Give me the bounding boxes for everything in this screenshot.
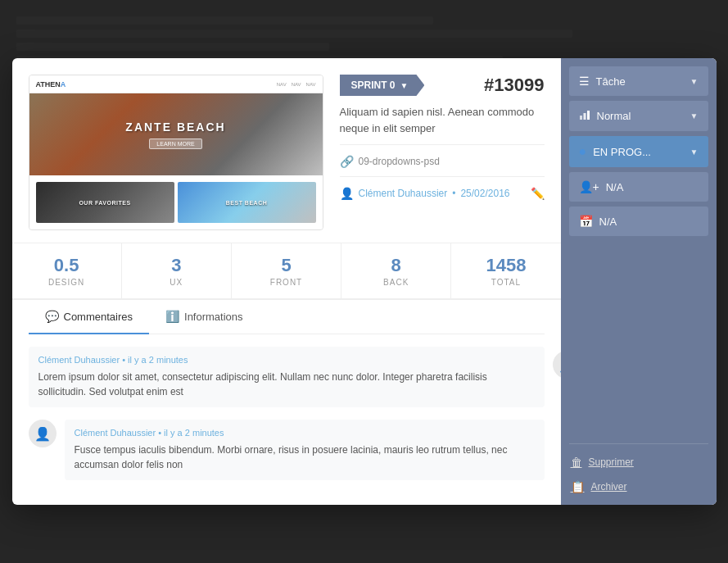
tabs-bar: 💬 Commentaires ℹ️ Informations	[29, 300, 545, 334]
tache-label: Tâche	[596, 75, 626, 88]
comment-1-meta: Clément Duhaussier • il y a 2 minutes	[38, 355, 535, 365]
attachment-icon: 🔗	[340, 155, 354, 168]
ticket-description: Aliquam id sapien nisl. Aenean commodo n…	[340, 104, 545, 136]
trash-icon: 🗑	[571, 456, 582, 469]
metric-back: 8 BACK	[341, 243, 451, 298]
status-chevron-icon: ▼	[690, 148, 699, 157]
sprint-header: SPRINT 0 ▼ #13099	[340, 75, 545, 96]
archive-label: Archiver	[591, 481, 627, 493]
status-label: EN PROG...	[593, 146, 651, 158]
metric-front-value: 5	[281, 255, 291, 276]
metric-ux-label: UX	[170, 278, 183, 287]
preview-thumbnails: OUR FAVORITES BEST BEACH	[29, 175, 323, 229]
file-info-row: 🔗 09-dropdowns-psd	[340, 144, 545, 168]
archive-button[interactable]: 📋 Archiver	[569, 477, 708, 497]
preview-thumb-2: BEST BEACH	[178, 182, 316, 223]
comments-section: Clément Duhaussier • il y a 2 minutes Lo…	[12, 334, 561, 505]
ticket-number: #13099	[484, 75, 544, 96]
sidebar-normal-button[interactable]: Normal ▼	[569, 101, 708, 131]
comment-2-avatar: 👤	[29, 420, 57, 447]
commentaires-icon: 💬	[45, 310, 59, 323]
svg-rect-0	[580, 116, 582, 120]
comment-item-2: 👤 Clément Duhaussier • il y a 2 minutes …	[29, 420, 545, 480]
user-name-date: Clément Duhaussier • 25/02/2016	[359, 188, 510, 199]
file-name: 09-dropdowns-psd	[359, 156, 440, 167]
comment-2-text: Fusce tempus iaculis bibendum. Morbi orn…	[75, 443, 535, 472]
preview-thumb-1: OUR FAVORITES	[36, 182, 174, 223]
date-label: N/A	[599, 216, 617, 228]
sidebar-assignee-button[interactable]: 👤+ N/A	[569, 172, 708, 202]
preview-topbar: ATHENA NAV NAV NAV	[29, 75, 323, 93]
sidebar-status-button[interactable]: ● EN PROG... ▼	[569, 136, 708, 167]
metric-total-label: TOTAL	[491, 278, 521, 287]
metric-back-label: BACK	[383, 278, 409, 287]
task-modal: ATHENA NAV NAV NAV ZANTE BEACH LEARN MOR…	[12, 58, 717, 505]
preview-hero-title: ZANTE BEACH	[125, 120, 225, 134]
comment-body-1: Clément Duhaussier • il y a 2 minutes Lo…	[29, 347, 545, 407]
comment-2-meta: Clément Duhaussier • il y a 2 minutes	[75, 428, 535, 438]
preview-logo: ATHENA	[36, 80, 66, 89]
metric-total: 1458 TOTAL	[451, 243, 560, 298]
tab-commentaires-label: Commentaires	[64, 311, 133, 323]
sidebar-tache-button[interactable]: ☰ Tâche ▼	[569, 66, 708, 96]
tabs-section: 💬 Commentaires ℹ️ Informations	[12, 300, 561, 334]
comment-body-2: Clément Duhaussier • il y a 2 minutes Fu…	[65, 420, 545, 480]
edit-icon[interactable]: ✏️	[531, 187, 545, 200]
preview-hero-button: LEARN MORE	[149, 138, 201, 149]
svg-rect-1	[583, 113, 586, 120]
metric-total-value: 1458	[486, 255, 526, 276]
user-icon: 👤	[340, 187, 354, 200]
informations-icon: ℹ️	[165, 310, 179, 323]
normal-chevron-icon: ▼	[690, 111, 699, 120]
tab-commentaires[interactable]: 💬 Commentaires	[29, 300, 150, 334]
preview-hero: ZANTE BEACH LEARN MORE	[29, 93, 323, 175]
sidebar-actions: 🗑 Supprimer 📋 Archiver	[569, 443, 708, 497]
metric-back-value: 8	[391, 255, 401, 276]
task-info-area: SPRINT 0 ▼ #13099 Aliquam id sapien nisl…	[340, 75, 545, 230]
sprint-label: SPRINT 0	[351, 79, 396, 91]
metric-design-label: DESIGN	[48, 278, 84, 287]
tache-icon: ☰	[579, 75, 590, 88]
comment-item-1: Clément Duhaussier • il y a 2 minutes Lo…	[29, 347, 545, 407]
priority-icon	[579, 109, 590, 123]
preview-nav: NAV NAV NAV	[277, 82, 316, 87]
assignee-label: N/A	[606, 181, 624, 193]
metric-design-value: 0.5	[54, 255, 79, 276]
metric-design: 0.5 DESIGN	[12, 243, 122, 298]
tab-informations[interactable]: ℹ️ Informations	[149, 300, 260, 334]
delete-label: Supprimer	[589, 456, 634, 468]
tab-informations-label: Informations	[184, 311, 243, 323]
metric-front: 5 FRONT	[232, 243, 341, 298]
sprint-badge[interactable]: SPRINT 0 ▼	[340, 75, 425, 96]
task-sidebar: ☰ Tâche ▼ Normal ▼	[561, 58, 717, 505]
metric-front-label: FRONT	[270, 278, 302, 287]
modal-main-content: ATHENA NAV NAV NAV ZANTE BEACH LEARN MOR…	[12, 58, 561, 505]
tache-chevron-icon: ▼	[690, 77, 699, 86]
svg-rect-2	[587, 111, 590, 120]
metrics-bar: 0.5 DESIGN 3 UX 5 FRONT 8 BACK 1458 TO	[12, 243, 561, 300]
preview-frame: ATHENA NAV NAV NAV ZANTE BEACH LEARN MOR…	[29, 75, 323, 230]
status-dot-icon: ●	[579, 144, 587, 159]
assignee-icon: 👤+	[579, 180, 599, 193]
comment-1-avatar-right: 👤	[553, 351, 561, 379]
delete-button[interactable]: 🗑 Supprimer	[569, 452, 708, 472]
comment-1-text: Lorem ipsum dolor sit amet, consectetur …	[38, 370, 535, 399]
user-info-row: 👤 Clément Duhaussier • 25/02/2016 ✏️	[340, 176, 545, 200]
sidebar-date-button[interactable]: 📅 N/A	[569, 207, 708, 236]
normal-label: Normal	[597, 110, 631, 122]
metric-ux: 3 UX	[122, 243, 232, 298]
website-preview: ATHENA NAV NAV NAV ZANTE BEACH LEARN MOR…	[29, 75, 323, 230]
archive-icon: 📋	[571, 480, 585, 493]
top-section: ATHENA NAV NAV NAV ZANTE BEACH LEARN MOR…	[12, 58, 561, 243]
calendar-icon: 📅	[579, 215, 593, 228]
metric-ux-value: 3	[171, 255, 181, 276]
sprint-chevron-icon: ▼	[400, 81, 409, 90]
